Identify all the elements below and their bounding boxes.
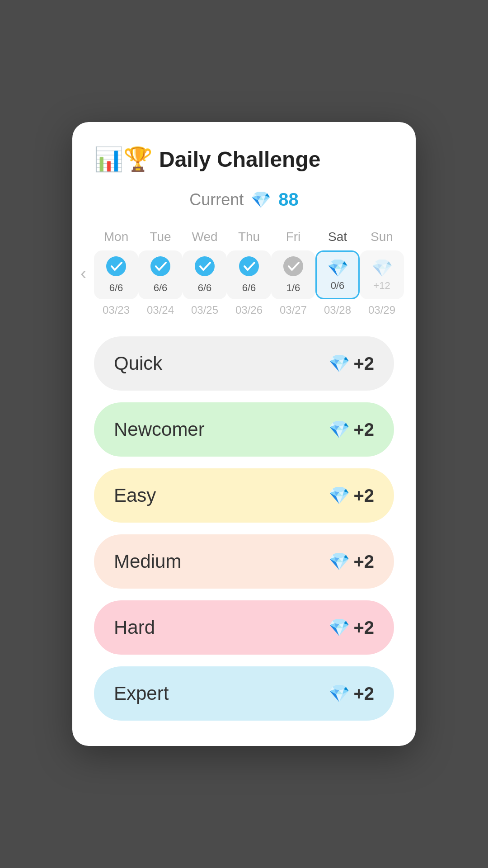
challenge-button-hard[interactable]: Hard💎+2 [94,600,394,655]
day-cell-thu[interactable]: 6/6 [227,250,271,299]
day-check-thu [239,256,259,280]
day-name-fri: Fri [286,230,301,244]
daily-challenge-modal: 📊 🏆 Daily Challenge Current 💎 88 ‹ Mon6/… [72,122,416,746]
challenge-reward-hard: 💎+2 [328,618,374,638]
current-gem-icon: 💎 [251,190,271,209]
day-name-sat: Sat [328,230,347,244]
challenge-reward-text-quick: +2 [353,354,374,374]
prev-week-button[interactable]: ‹ [80,263,86,283]
challenge-label-expert: Expert [114,683,169,704]
challenge-reward-expert: 💎+2 [328,684,374,704]
day-col-fri[interactable]: Fri1/603/27 [271,230,315,316]
challenge-label-medium: Medium [114,551,181,572]
week-calendar: ‹ Mon6/603/23Tue6/603/24Wed6/603/25Thu6/… [94,230,394,316]
day-score-thu: 6/6 [242,282,256,294]
challenge-reward-text-newcomer: +2 [353,420,374,440]
svg-point-2 [195,256,215,276]
challenge-reward-medium: 💎+2 [328,552,374,572]
challenge-reward-newcomer: 💎+2 [328,420,374,440]
title-area: 🏆 Daily Challenge [123,146,320,173]
challenge-gem-hard: 💎 [328,618,350,637]
challenge-label-newcomer: Newcomer [114,419,205,440]
challenge-label-easy: Easy [114,485,156,506]
challenge-reward-text-hard: +2 [353,618,374,638]
challenge-button-medium[interactable]: Medium💎+2 [94,534,394,589]
challenge-list: Quick💎+2Newcomer💎+2Easy💎+2Medium💎+2Hard💎… [94,336,394,721]
challenge-gem-medium: 💎 [328,552,350,571]
challenge-reward-quick: 💎+2 [328,354,374,374]
challenge-gem-newcomer: 💎 [328,420,350,439]
challenge-gem-easy: 💎 [328,486,350,505]
challenge-button-expert[interactable]: Expert💎+2 [94,666,394,721]
day-name-thu: Thu [238,230,260,244]
svg-point-0 [106,256,126,276]
day-check-sat: 💎 [327,258,348,278]
day-date-sun: 03/29 [368,304,395,316]
day-col-sat[interactable]: Sat💎0/603/28 [315,230,360,316]
modal-header: 📊 🏆 Daily Challenge [94,146,394,173]
stats-icon: 📊 [94,146,123,173]
challenge-reward-easy: 💎+2 [328,486,374,506]
day-name-tue: Tue [150,230,171,244]
day-date-tue: 03/24 [147,304,174,316]
day-col-mon[interactable]: Mon6/603/23 [94,230,138,316]
modal-title: Daily Challenge [159,147,320,172]
day-cell-tue[interactable]: 6/6 [138,250,183,299]
day-date-mon: 03/23 [103,304,130,316]
challenge-gem-expert: 💎 [328,684,350,703]
day-col-thu[interactable]: Thu6/603/26 [227,230,271,316]
day-check-fri [283,256,303,280]
day-score-sat: 0/6 [331,280,345,292]
challenge-label-hard: Hard [114,617,155,638]
day-check-wed [195,256,215,280]
trophy-icon: 🏆 [123,146,153,173]
day-cell-mon[interactable]: 6/6 [94,250,138,299]
challenge-button-easy[interactable]: Easy💎+2 [94,468,394,523]
current-label: Current [189,190,244,209]
day-cell-fri[interactable]: 1/6 [271,250,315,299]
day-date-sat: 03/28 [324,304,351,316]
challenge-reward-text-easy: +2 [353,486,374,506]
day-date-thu: 03/26 [235,304,263,316]
current-gems-row: Current 💎 88 [94,189,394,210]
day-score-wed: 6/6 [198,282,212,294]
day-cell-sat[interactable]: 💎0/6 [315,250,360,299]
challenge-gem-quick: 💎 [328,354,350,373]
day-score-fri: 1/6 [286,282,300,294]
day-score-sun: +12 [373,280,390,292]
svg-point-4 [283,256,303,276]
day-col-sun[interactable]: Sun💎+1203/29 [360,230,404,316]
challenge-label-quick: Quick [114,353,162,374]
challenge-reward-text-medium: +2 [353,552,374,572]
day-date-wed: 03/25 [191,304,218,316]
day-col-tue[interactable]: Tue6/603/24 [138,230,183,316]
day-score-tue: 6/6 [154,282,168,294]
day-date-fri: 03/27 [280,304,307,316]
week-grid: Mon6/603/23Tue6/603/24Wed6/603/25Thu6/60… [94,230,394,316]
day-col-wed[interactable]: Wed6/603/25 [183,230,227,316]
day-score-mon: 6/6 [109,282,123,294]
day-check-mon [106,256,126,280]
challenge-button-newcomer[interactable]: Newcomer💎+2 [94,402,394,457]
day-name-wed: Wed [192,230,217,244]
day-check-sun: 💎 [371,258,393,278]
svg-point-3 [239,256,259,276]
svg-point-1 [150,256,170,276]
day-name-sun: Sun [371,230,393,244]
challenge-reward-text-expert: +2 [353,684,374,704]
day-cell-wed[interactable]: 6/6 [183,250,227,299]
day-cell-sun[interactable]: 💎+12 [360,250,404,299]
challenge-button-quick[interactable]: Quick💎+2 [94,336,394,391]
day-check-tue [150,256,170,280]
current-value[interactable]: 88 [278,189,299,210]
day-name-mon: Mon [104,230,128,244]
